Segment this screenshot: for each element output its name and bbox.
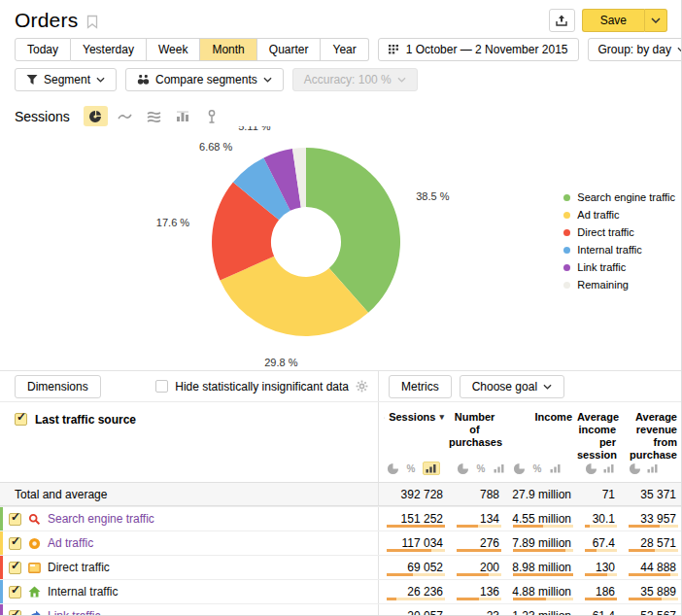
chart-type-pie-chart-button[interactable] bbox=[84, 106, 108, 126]
help-icon[interactable]: ? bbox=[384, 412, 385, 424]
row-color-strip bbox=[0, 580, 3, 603]
metric-value: 117 034 bbox=[402, 536, 444, 550]
metrics-button[interactable]: Metrics bbox=[389, 375, 452, 398]
tab-today[interactable]: Today bbox=[15, 38, 71, 61]
metric-cell: 28 571 bbox=[621, 531, 682, 555]
segment-button[interactable]: Segment bbox=[15, 68, 117, 91]
sort-desc-icon: ▾ bbox=[439, 411, 444, 424]
value-bar-track bbox=[457, 573, 501, 576]
columns-display-button[interactable] bbox=[423, 462, 440, 475]
dimensions-button[interactable]: Dimensions bbox=[15, 375, 101, 398]
value-bar-track bbox=[457, 549, 501, 552]
row-link-ad-traffic[interactable]: Ad traffic bbox=[48, 536, 93, 550]
bookmark-icon[interactable] bbox=[86, 15, 98, 29]
chart-metric-label: Sessions bbox=[15, 109, 70, 124]
metric-value: 69 052 bbox=[407, 561, 443, 574]
sessions-pie-chart: 38.5 %29.8 %17.6 %6.68 %5.11 % Search en… bbox=[0, 126, 681, 370]
row-checkbox[interactable] bbox=[9, 513, 21, 526]
percent-display-button[interactable]: % bbox=[404, 462, 418, 475]
legend-label: Search engine traffic bbox=[577, 188, 675, 206]
metric-value: 392 728 bbox=[401, 488, 443, 501]
tab-quarter[interactable]: Quarter bbox=[257, 38, 322, 61]
chart-type-column-chart-button[interactable] bbox=[171, 106, 195, 126]
tab-yesterday[interactable]: Yesterday bbox=[71, 38, 147, 61]
group-by-button[interactable]: Group: by day bbox=[588, 38, 682, 61]
pie-display-button[interactable] bbox=[386, 462, 399, 475]
tab-week[interactable]: Week bbox=[147, 38, 200, 61]
metric-value: 53 567 bbox=[640, 609, 676, 616]
metric-value: 4.88 million bbox=[512, 585, 571, 599]
row-checkbox[interactable] bbox=[9, 610, 21, 616]
legend-label: Link traffic bbox=[577, 258, 626, 276]
dimension-checkbox[interactable] bbox=[15, 413, 27, 426]
metric-cell: 35 889 bbox=[621, 580, 682, 603]
pie-percent-label: 29.8 % bbox=[264, 357, 297, 368]
metric-cell: 200 bbox=[449, 556, 505, 579]
choose-goal-button[interactable]: Choose goal bbox=[460, 375, 564, 398]
chart-type-stacked-area-chart-button[interactable] bbox=[142, 106, 166, 126]
tab-month[interactable]: Month bbox=[200, 38, 256, 61]
row-checkbox[interactable] bbox=[9, 562, 21, 574]
date-range-button[interactable]: 1 October — 2 November 2015 bbox=[378, 38, 579, 61]
columns-display-button[interactable] bbox=[602, 462, 616, 475]
row-link-search-engine-traffic[interactable]: Search engine traffic bbox=[48, 512, 154, 526]
row-label-cell: Internal traffic bbox=[0, 580, 379, 603]
legend-item-ad-traffic[interactable]: Ad traffic bbox=[563, 206, 675, 223]
date-range-label: 1 October — 2 November 2015 bbox=[406, 43, 568, 56]
columns-display-button[interactable] bbox=[493, 462, 506, 475]
metric-value: 30.1 bbox=[593, 512, 615, 526]
export-icon bbox=[555, 14, 568, 27]
gear-icon[interactable] bbox=[356, 380, 368, 393]
metric-cell: 1.23 million bbox=[505, 604, 577, 616]
hide-insignificant-checkbox[interactable] bbox=[155, 380, 168, 393]
columns-display-button[interactable] bbox=[646, 462, 660, 475]
column-header-label: Income bbox=[505, 402, 577, 424]
columns-display-button[interactable] bbox=[549, 462, 563, 475]
ad-icon bbox=[28, 537, 41, 550]
legend-item-internal-traffic[interactable]: Internal traffic bbox=[563, 241, 675, 258]
pie-display-button[interactable] bbox=[584, 462, 597, 475]
tab-year[interactable]: Year bbox=[321, 38, 368, 61]
row-checkbox[interactable] bbox=[9, 537, 21, 550]
save-dropdown-button[interactable] bbox=[644, 9, 667, 32]
direct-window-icon bbox=[28, 563, 41, 573]
row-link-direct-traffic[interactable]: Direct traffic bbox=[48, 561, 110, 574]
pie-display-button[interactable] bbox=[512, 462, 526, 475]
metric-cell: 71 bbox=[577, 483, 621, 505]
value-bar-fill bbox=[513, 549, 565, 552]
save-button[interactable]: Save bbox=[582, 9, 644, 32]
row-link-link-traffic[interactable]: Link traffic bbox=[48, 609, 100, 616]
export-button[interactable] bbox=[549, 9, 575, 32]
visitor-pin-icon bbox=[207, 110, 217, 123]
pie-display-button[interactable] bbox=[456, 462, 469, 475]
legend-item-link-traffic[interactable]: Link traffic bbox=[563, 258, 675, 276]
metric-value: 67.4 bbox=[593, 536, 615, 550]
percent-display-button[interactable]: % bbox=[474, 462, 488, 475]
compare-segments-button[interactable]: Compare segments bbox=[125, 68, 284, 91]
metric-cell: 134 bbox=[449, 507, 505, 530]
value-bar-track bbox=[629, 525, 678, 528]
legend-item-remaining[interactable]: Remaining bbox=[563, 276, 675, 293]
metric-value: 44 888 bbox=[640, 561, 676, 574]
date-range-tabs: TodayYesterdayWeekMonthQuarterYear bbox=[15, 38, 369, 61]
legend-item-search-engine-traffic[interactable]: Search engine traffic bbox=[563, 188, 675, 206]
row-color-strip bbox=[0, 604, 3, 616]
percent-display-button[interactable]: % bbox=[530, 462, 544, 475]
row-color-strip bbox=[0, 531, 3, 555]
metric-cell: 117 034 bbox=[379, 531, 449, 555]
pie-display-button[interactable] bbox=[628, 462, 641, 475]
metric-cell: 276 bbox=[449, 531, 505, 555]
total-row-label: Total and average bbox=[15, 488, 107, 501]
metric-value: 7.89 million bbox=[512, 536, 571, 550]
chevron-down-icon bbox=[263, 77, 272, 83]
legend-item-direct-traffic[interactable]: Direct traffic bbox=[563, 223, 675, 241]
column-header-average-revenue-from-purchase: Average revenue from purchase bbox=[621, 402, 682, 482]
chart-type-visitor-pin-button[interactable] bbox=[200, 106, 224, 126]
metric-value: 35 889 bbox=[640, 585, 676, 599]
row-checkbox[interactable] bbox=[9, 586, 21, 599]
table-row-ad-traffic: Ad traffic117 0342767.89 million67.428 5… bbox=[0, 530, 681, 555]
chart-type-line-chart-button[interactable] bbox=[113, 106, 137, 126]
chart-metric-row: Sessions bbox=[0, 93, 681, 126]
column-header-label[interactable]: ?Sessions ▾ bbox=[379, 402, 449, 424]
row-link-internal-traffic[interactable]: Internal traffic bbox=[48, 585, 118, 599]
